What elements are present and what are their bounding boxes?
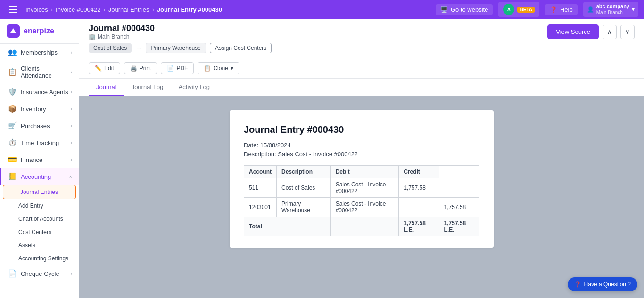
beta-badge: BETA (517, 7, 534, 13)
help-label: Help (560, 6, 573, 13)
sidebar-item-finance[interactable]: 💳 Finance › (0, 151, 79, 168)
sidebar-item-purchases[interactable]: 🛒 Purchases › (0, 117, 79, 134)
time-tracking-chevron-icon: › (71, 140, 72, 145)
sidebar-item-time-tracking[interactable]: ⏱️ Time Tracking › (0, 134, 79, 151)
breadcrumb-invoices[interactable]: Invoices (25, 6, 48, 13)
have-question-label: Have a Question ? (584, 281, 631, 288)
print-button[interactable]: 🖨️ Print (124, 62, 157, 74)
sidebar-sub-assets[interactable]: Assets (0, 239, 79, 252)
hamburger-button[interactable] (6, 2, 21, 17)
sidebar-sub-add-entry[interactable]: Add Entry (0, 199, 79, 212)
breadcrumb-invoice[interactable]: Invoice #000422 (56, 6, 100, 13)
clone-button[interactable]: 📋 Clone ▾ (198, 62, 239, 74)
insurance-chevron-icon: › (71, 89, 72, 95)
sidebar-sub-journal-entries[interactable]: Journal Entries (3, 185, 76, 199)
breadcrumb-sep-2: › (103, 6, 105, 13)
sidebar-item-inventory[interactable]: 📦 Inventory › (0, 100, 79, 117)
breadcrumb-current: Journal Entry #000430 (157, 6, 222, 13)
help-button[interactable]: ❓ Help (545, 4, 578, 15)
pdf-icon: 📄 (167, 65, 174, 72)
cell-credit: 1,757.58 (439, 198, 479, 217)
table-row: 511 Cost of Sales Sales Cost - Invoice #… (244, 178, 479, 198)
sidebar-item-insurance-agents[interactable]: 🛡️ Insurance Agents › (0, 83, 79, 100)
edit-button[interactable]: ✏️ Edit (89, 62, 120, 74)
sidebar-purchases-label: Purchases (21, 122, 50, 129)
sidebar-item-accounting[interactable]: 📒 Accounting ∧ (0, 168, 79, 185)
insurance-agents-icon: 🛡️ (8, 88, 17, 96)
chevron-up-icon: ∧ (607, 28, 612, 35)
svg-rect-2 (9, 12, 17, 13)
memberships-chevron-icon: › (71, 50, 72, 55)
col-description: Description (277, 166, 331, 178)
sidebar-inventory-label: Inventory (21, 105, 46, 113)
have-question-button[interactable]: ❓ Have a Question ? (568, 277, 637, 291)
help-icon: ❓ (550, 6, 557, 13)
assign-cost-centers-button[interactable]: Assign Cost Centers (210, 43, 272, 53)
tab-journal-log[interactable]: Journal Log (124, 79, 171, 96)
cell-credit (439, 178, 479, 198)
sidebar: enerpize 👥 Memberships › 📋 Clients Atten… (0, 19, 79, 298)
tabs: Journal Journal Log Activity Log (79, 79, 644, 96)
prev-record-button[interactable]: ∧ (603, 25, 617, 39)
memberships-icon: 👥 (8, 48, 17, 56)
clone-label: Clone (213, 65, 228, 72)
content-header: Journal #000430 🏢 Main Branch View Sourc… (79, 19, 644, 58)
cell-debit: 1,757.58 (399, 178, 439, 198)
cell-account: 511 (244, 178, 277, 198)
sidebar-insurance-agents-label: Insurance Agents (21, 89, 68, 96)
time-tracking-icon: ⏱️ (8, 138, 17, 147)
date-value: 15/08/2024 (260, 142, 291, 149)
sidebar-sub-cost-centers[interactable]: Cost Centers (0, 226, 79, 239)
branch-label: Main Branch (98, 33, 129, 40)
user-avatar-area: A BETA (498, 2, 539, 17)
sidebar-logo: enerpize (0, 19, 79, 44)
pdf-button[interactable]: 📄 PDF (161, 62, 194, 74)
company-icon: 👤 (587, 6, 594, 13)
top-nav-right: 🖥️ Go to website A BETA ❓ Help 👤 abc com… (436, 2, 638, 17)
sidebar-memberships-label: Memberships (21, 49, 58, 56)
view-source-button[interactable]: View Source (547, 24, 599, 39)
breadcrumb-sep-3: › (152, 6, 154, 13)
inventory-icon: 📦 (8, 105, 17, 113)
table-total-row: Total 1,757.58 L.E. 1,757.58 L.E. (244, 217, 479, 236)
print-label: Print (140, 65, 151, 72)
question-icon: ❓ (574, 281, 581, 288)
pdf-label: PDF (176, 65, 188, 72)
user-avatar: A (503, 4, 514, 15)
next-record-button[interactable]: ∨ (620, 25, 635, 39)
company-button[interactable]: 👤 abc company Main Branch ▾ (583, 2, 638, 16)
company-name: abc company (596, 3, 629, 9)
col-credit: Credit (399, 166, 439, 178)
cell-account: 1203001 (244, 198, 277, 217)
sidebar-sub-accounting-settings[interactable]: Accounting Settings (0, 252, 79, 265)
sidebar-clients-attendance-label: Clients Attendance (21, 65, 71, 79)
edit-label: Edit (104, 65, 114, 72)
journal-table: Account Description Debit Credit 511 Cos… (244, 165, 479, 236)
journal-description: Description: Sales Cost - Invoice #00042… (244, 151, 479, 158)
total-label: Total (244, 217, 331, 236)
sidebar-item-memberships[interactable]: 👥 Memberships › (0, 44, 79, 61)
arrow-icon: → (135, 44, 142, 52)
journal-entry-title: Journal Entry #000430 (244, 124, 479, 135)
date-label: Date: (244, 142, 258, 149)
logo-text: enerpize (24, 27, 54, 35)
cheque-cycle-chevron-icon: › (71, 271, 72, 276)
tab-activity-log[interactable]: Activity Log (171, 79, 217, 96)
journal-date: Date: 15/08/2024 (244, 142, 479, 149)
sidebar-item-cheque-cycle[interactable]: 📄 Cheque Cycle › (0, 265, 79, 282)
svg-rect-0 (9, 6, 17, 7)
goto-website-button[interactable]: 🖥️ Go to website (436, 4, 493, 15)
sidebar-item-clients-attendance[interactable]: 📋 Clients Attendance › (0, 61, 79, 83)
page-title: Journal #000430 (89, 24, 155, 33)
sidebar-sub-chart-of-accounts[interactable]: Chart of Accounts (0, 212, 79, 226)
breadcrumb-journal-entries[interactable]: Journal Entries (108, 6, 149, 13)
cell-desc: Cost of Sales (277, 178, 331, 198)
sidebar-time-tracking-label: Time Tracking (21, 139, 59, 146)
clone-icon: 📋 (204, 65, 211, 72)
tab-journal[interactable]: Journal (89, 79, 124, 96)
clients-attendance-chevron-icon: › (71, 70, 72, 75)
print-icon: 🖨️ (130, 65, 137, 72)
sidebar-cheque-cycle-label: Cheque Cycle (21, 270, 59, 277)
title-actions: View Source ∧ ∨ (547, 24, 635, 39)
cell-desc2: Sales Cost - Invoice #000422 (330, 178, 399, 198)
